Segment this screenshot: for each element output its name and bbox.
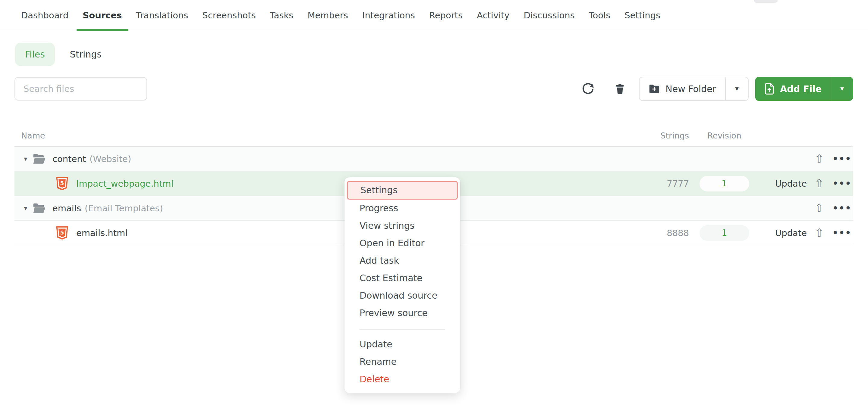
nav-translations[interactable]: Translations	[136, 0, 188, 31]
add-file-label: Add File	[780, 84, 822, 94]
folder-name[interactable]: content	[53, 154, 86, 164]
new-folder-dropdown-button[interactable]: ▼	[726, 77, 748, 100]
folder-annotation: (Website)	[90, 154, 131, 164]
folder-icon	[33, 153, 46, 165]
files-toolbar: New Folder ▼ Add File ▼	[14, 77, 853, 101]
expand-caret-icon[interactable]: ▾	[21, 204, 30, 212]
header-name: Name	[21, 131, 45, 140]
revision-badge[interactable]: 1	[700, 176, 749, 192]
nav-settings[interactable]: Settings	[624, 0, 660, 31]
ellipsis-menu-icon[interactable]: •••	[832, 154, 846, 164]
html5-file-icon: 5	[56, 176, 68, 191]
revision-badge[interactable]: 1	[700, 225, 749, 241]
sources-subtabs: Files Strings	[15, 43, 868, 66]
update-link[interactable]: Update	[775, 228, 804, 238]
menu-item-progress[interactable]: Progress	[344, 200, 460, 217]
file-context-menu: Settings Progress View strings Open in E…	[344, 177, 460, 393]
svg-text:5: 5	[60, 229, 64, 236]
menu-item-rename[interactable]: Rename	[344, 353, 460, 371]
tab-strings[interactable]: Strings	[70, 49, 101, 60]
menu-item-preview-source[interactable]: Preview source	[344, 304, 460, 322]
new-folder-button[interactable]: New Folder	[640, 77, 725, 100]
strings-count: 8888	[653, 228, 689, 238]
upload-icon[interactable]: ⇧	[814, 152, 825, 165]
refresh-icon	[582, 82, 594, 95]
refresh-button[interactable]	[581, 82, 595, 95]
ellipsis-menu-icon[interactable]: •••	[832, 203, 846, 213]
nav-screenshots[interactable]: Screenshots	[202, 0, 255, 31]
nav-integrations[interactable]: Integrations	[362, 0, 415, 31]
new-folder-split-button: New Folder ▼	[639, 77, 749, 101]
menu-divider	[360, 329, 445, 330]
new-folder-label: New Folder	[665, 84, 716, 94]
add-file-button[interactable]: Add File	[755, 77, 831, 101]
menu-item-download-source[interactable]: Download source	[344, 287, 460, 304]
menu-item-view-strings[interactable]: View strings	[344, 217, 460, 235]
nav-tools[interactable]: Tools	[589, 0, 610, 31]
header-revision: Revision	[700, 131, 749, 140]
nav-reports[interactable]: Reports	[429, 0, 463, 31]
upload-icon[interactable]: ⇧	[814, 202, 825, 215]
nav-tasks[interactable]: Tasks	[270, 0, 293, 31]
nav-dashboard[interactable]: Dashboard	[21, 0, 68, 31]
add-file-dropdown-button[interactable]: ▼	[831, 77, 853, 101]
menu-item-open-in-editor[interactable]: Open in Editor	[344, 235, 460, 252]
nav-discussions[interactable]: Discussions	[524, 0, 575, 31]
header-strings: Strings	[653, 131, 689, 140]
nav-activity[interactable]: Activity	[477, 0, 509, 31]
caret-down-icon: ▼	[840, 86, 844, 92]
nav-members[interactable]: Members	[307, 0, 348, 31]
nav-sources[interactable]: Sources	[83, 0, 122, 31]
upload-icon[interactable]: ⇧	[814, 177, 825, 190]
top-navigation: Dashboard Sources Translations Screensho…	[0, 0, 868, 31]
delete-button[interactable]	[613, 82, 627, 95]
table-header: Name Strings Revision	[14, 131, 853, 146]
cutoff-element	[754, 0, 778, 3]
ellipsis-menu-icon[interactable]: •••	[832, 228, 846, 238]
menu-item-add-task[interactable]: Add task	[344, 252, 460, 269]
expand-caret-icon[interactable]: ▾	[21, 155, 30, 163]
folder-name[interactable]: emails	[53, 203, 81, 213]
update-link[interactable]: Update	[775, 178, 804, 189]
ellipsis-menu-icon[interactable]: •••	[832, 178, 846, 189]
folder-plus-icon	[649, 84, 660, 94]
upload-icon[interactable]: ⇧	[814, 226, 825, 239]
file-upload-icon	[764, 83, 775, 95]
svg-text:5: 5	[60, 180, 64, 186]
html5-file-icon: 5	[56, 226, 68, 240]
folder-icon	[33, 203, 46, 214]
strings-count: 7777	[653, 178, 689, 189]
tab-files[interactable]: Files	[15, 43, 55, 66]
trash-icon	[614, 82, 626, 95]
menu-item-settings[interactable]: Settings	[347, 181, 458, 200]
menu-item-cost-estimate[interactable]: Cost Estimate	[344, 269, 460, 287]
folder-annotation: (Email Templates)	[85, 203, 163, 213]
file-name[interactable]: emails.html	[76, 228, 127, 238]
menu-item-update[interactable]: Update	[344, 336, 460, 353]
menu-item-delete[interactable]: Delete	[344, 371, 460, 388]
file-name[interactable]: Impact_webpage.html	[76, 178, 173, 189]
caret-down-icon: ▼	[735, 86, 739, 92]
add-file-split-button: Add File ▼	[755, 77, 853, 101]
search-input[interactable]	[14, 77, 147, 101]
table-row-folder-content[interactable]: ▾ content (Website) ⇧ •••	[14, 146, 853, 171]
